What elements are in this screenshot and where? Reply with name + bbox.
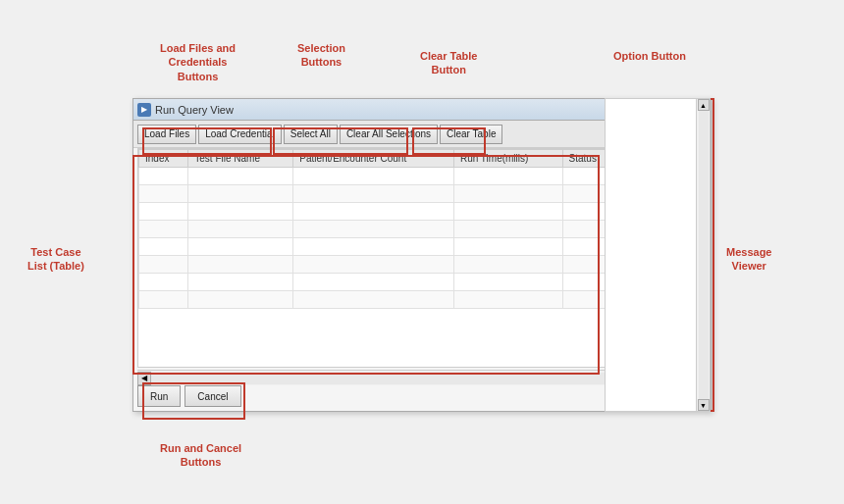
annotation-test-case-list: Test CaseList (Table) xyxy=(27,245,84,274)
annotation-message-viewer: MessageViewer xyxy=(726,245,771,274)
annotation-load-files: Load Files andCredentialsButtons xyxy=(160,41,236,83)
cancel-button[interactable]: Cancel xyxy=(185,385,240,407)
col-run-time: Run Time(mills) xyxy=(453,150,562,168)
message-viewer-scrollbar[interactable]: ▲ ▼ xyxy=(696,99,710,411)
run-button[interactable]: Run xyxy=(137,385,181,407)
load-credential-button[interactable]: Load Credential xyxy=(198,125,282,144)
scroll-left-arrow[interactable]: ◀ xyxy=(137,372,151,385)
annotation-selection-buttons: SelectionButtons xyxy=(297,41,345,70)
clear-all-selections-button[interactable]: Clear All Selections xyxy=(340,125,438,144)
col-test-file-name: Test File Name xyxy=(188,150,293,168)
annotation-run-cancel: Run and CancelButtons xyxy=(160,441,241,470)
mv-scroll-up[interactable]: ▲ xyxy=(698,99,710,111)
annotation-option-button: Option Button xyxy=(613,49,686,63)
window-icon: ▶ xyxy=(137,103,151,117)
mv-scroll-track xyxy=(699,111,709,399)
bottom-buttons: Run Cancel xyxy=(137,385,241,407)
mv-scroll-down[interactable]: ▼ xyxy=(698,399,710,411)
col-patient-count: Patient/Encounter Count xyxy=(293,150,454,168)
hscroll-track xyxy=(151,373,675,384)
load-files-button[interactable]: Load Files xyxy=(137,125,196,144)
clear-table-button[interactable]: Clear Table xyxy=(440,125,502,144)
message-viewer-panel: ▲ ▼ xyxy=(605,98,711,412)
col-index: Index xyxy=(139,150,188,168)
select-all-button[interactable]: Select All xyxy=(284,125,338,144)
annotation-clear-table: Clear TableButton xyxy=(420,49,478,77)
